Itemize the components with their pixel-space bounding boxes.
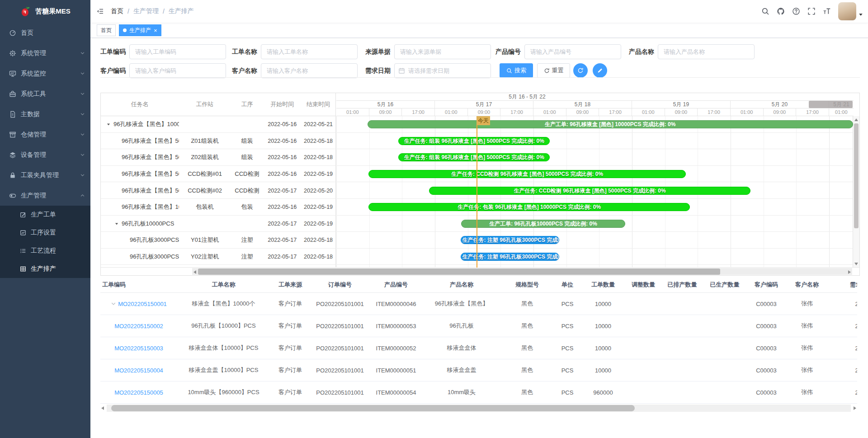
sidebar-item[interactable]: 工装夹具管理 [0,165,90,185]
work-order-link[interactable]: MO202205150002 [114,323,163,330]
sidebar-item[interactable]: 系统管理 [0,43,90,63]
sidebar-menu: 首页 系统管理 系统监控 系统工具 [0,23,90,278]
search-icon[interactable] [758,0,773,23]
filter-input[interactable] [658,44,755,59]
filter-input[interactable] [394,63,491,78]
filter-input[interactable] [129,44,226,59]
row-expand-chevron-icon[interactable] [111,301,116,306]
sidebar-item[interactable]: 系统工具 [0,84,90,104]
cell-unit: PCS [554,389,581,396]
search-button[interactable]: 搜索 [500,63,533,78]
table-row[interactable]: MO202205150003 移液盒盒体【10000】PCS 客户订单 PO20… [100,337,857,359]
filter-input[interactable] [261,44,358,59]
help-icon[interactable] [788,0,804,23]
work-order-link[interactable]: MO202205150003 [114,345,163,352]
sidebar-item[interactable]: 系统监控 [0,63,90,84]
gantt-horizontal-scrollbar[interactable] [101,267,859,275]
gantt-task-row[interactable]: 96孔移液盒【黑色】5000PCS CCD检测#01 CCD检测 2022-05… [101,166,335,183]
scroll-left-icon[interactable] [101,406,104,410]
scroll-up-icon[interactable] [854,118,858,121]
table-row[interactable]: MO202205150004 移液盒盒盖【10000】PCS 客户订单 PO20… [100,359,857,381]
table-row[interactable]: MO202205150002 96孔孔板【10000】PCS 客户订单 PO20… [100,315,857,337]
caret-down-icon[interactable] [858,12,863,17]
gantt-bar[interactable]: 生产任务: CCD检测 96孔移液盒 [黑色] 5000PCS 完成比例: 0% [368,170,686,178]
filter-input[interactable] [394,44,491,59]
filter-input[interactable] [524,44,621,59]
timeline-range-label: 5月 16 - 5月 22 [336,93,854,101]
gantt-bar[interactable]: 生产任务: 注塑 96孔孔板3000PCS 完成比例: 0% [461,253,560,261]
work-order-link[interactable]: MO202205150005 [114,389,163,396]
scroll-thumb[interactable] [854,123,859,228]
sidebar-item-label: 系统监控 [21,70,80,78]
sidebar-item-label: 设备管理 [21,151,80,159]
tab-close-icon[interactable]: × [154,28,157,33]
refresh-gantt-button[interactable] [573,63,588,78]
gantt-task-row[interactable]: 96孔移液盒【黑色】5000PCS Z02组装机 组装 2022-05-16 2… [101,149,335,166]
tab[interactable]: 首页 [97,24,116,36]
sidebar-item[interactable]: 设备管理 [0,145,90,165]
gantt-task-row[interactable]: 96孔孔板3000PCS Y02注塑机 注塑 2022-05-17 2022-0… [101,249,335,265]
filter-input[interactable] [129,63,226,78]
gantt-task-row[interactable]: 96孔孔板3000PCS Y01注塑机 注塑 2022-05-17 2022-0… [101,232,335,249]
scroll-thumb[interactable] [198,268,720,275]
gantt-task-row[interactable]: 96孔移液盒【黑色】5000PCS Z01组装机 组装 2022-05-16 2… [101,133,335,150]
filter-field: 产品编号 [495,44,621,59]
cell-order-no: PO202205101001 [311,367,369,374]
table-header-cell: 需求日期 [828,281,857,289]
breadcrumb: 首页 / 生产管理 / 生产排产 [111,0,194,23]
sidebar-submenu: 生产工单 工序设置 工艺流程 生产排产 [0,206,90,278]
timeline-hours: 01:00 09:00 17:00 01:00 09:00 17:00 01:0… [336,108,854,116]
cell-unit: PCS [554,367,581,374]
gantt-task-row[interactable]: 96孔移液盒【黑色】5000PCS CCD检测#02 CCD检测 2022-05… [101,182,335,199]
timeline-scroll-thumb[interactable] [809,101,853,108]
avatar[interactable] [838,2,856,20]
gantt-bar[interactable]: 生产任务: 包装 96孔移液盒 [黑色] 10000PCS 完成比例: 0% [368,203,690,211]
gantt-task-row[interactable]: 96孔移液盒【黑色】10000PCS 2022-05-16 2022-05-21 [101,116,335,133]
edit-button[interactable] [593,63,607,78]
sidebar-item[interactable]: 仓储管理 [0,124,90,145]
sidebar-subitem[interactable]: 工艺流程 [0,242,90,260]
timeline-hour-cell: 17:00 [599,108,632,116]
github-icon[interactable] [773,0,788,23]
sidebar-item[interactable]: 主数据 [0,104,90,124]
gantt-bar[interactable]: 生产工单: 96孔移液盒 [黑色] 10000PCS 完成比例: 0% [368,120,853,128]
table-row[interactable]: MO202205150001 移液盒【黑色】10000个 客户订单 PO2022… [100,293,857,315]
today-badge: 今天 [476,116,490,125]
sidebar-subitem[interactable]: 生产排产 [0,260,90,278]
cell-order-no: PO202205101001 [311,345,369,352]
table-row[interactable]: MO202205150005 10mm吸头【960000】PCS 客户订单 PO… [100,381,857,404]
task-end: 2022-05-18 [301,154,335,160]
gantt-bar[interactable]: 生产工单: 96孔孔板10000PCS 完成比例: 0% [461,220,626,228]
chevron-icon [80,112,85,117]
cell-name: 移液盒【黑色】10000个 [177,300,270,308]
table-horizontal-scrollbar[interactable] [100,405,857,412]
filter-field: 产品名称 [629,44,755,59]
sidebar-fold-icon[interactable] [96,8,104,15]
tab[interactable]: 生产排产 × [119,24,161,36]
reset-button[interactable]: 重置 [537,63,570,78]
scroll-right-icon[interactable] [848,270,851,274]
gantt-vertical-scrollbar[interactable] [853,116,859,268]
tree-caret-icon[interactable] [106,122,111,127]
gantt-bar[interactable]: 生产任务: 组装 96孔移液盒 [黑色] 5000PCS 完成比例: 0% [398,137,550,145]
gantt-bar[interactable]: 生产任务: 注塑 96孔孔板3000PCS 完成比例: 0% [461,236,560,244]
sidebar-subitem[interactable]: 工序设置 [0,224,90,242]
task-start: 2022-05-16 [263,121,301,127]
filter-input[interactable] [261,63,358,78]
scroll-thumb[interactable] [111,405,635,411]
tree-caret-icon[interactable] [114,221,119,226]
scroll-down-icon[interactable] [854,263,858,265]
gantt-bar[interactable]: 生产任务: 组装 96孔移液盒 [黑色] 5000PCS 完成比例: 0% [398,153,550,161]
sidebar-subitem[interactable]: 生产工单 [0,206,90,224]
scroll-left-icon[interactable] [193,270,196,274]
sidebar-item[interactable]: 首页 [0,23,90,43]
breadcrumb-home[interactable]: 首页 [111,7,123,15]
gantt-task-row[interactable]: 96孔移液盒【黑色】10000PCS 包装机 包装 2022-05-16 202… [101,199,335,216]
work-order-link[interactable]: MO202205150004 [114,367,163,374]
scroll-right-icon[interactable] [854,406,856,410]
gantt-task-row[interactable]: 96孔孔板10000PCS 2022-05-17 2022-05-19 [101,216,335,232]
sidebar-item[interactable]: 生产管理 [0,185,90,206]
work-order-link[interactable]: MO202205150001 [118,301,167,307]
fullscreen-icon[interactable] [804,0,819,23]
font-size-icon[interactable] [819,0,835,23]
